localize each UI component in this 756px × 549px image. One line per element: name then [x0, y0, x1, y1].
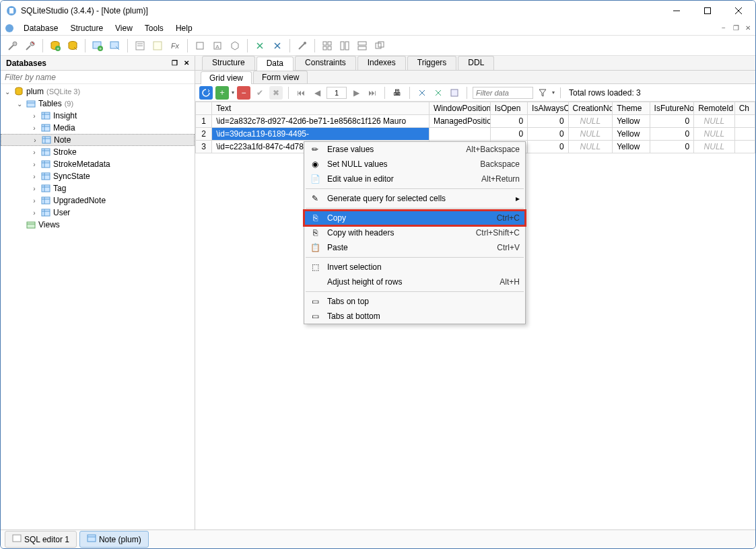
- menu-item-set-null-values[interactable]: ◉Set NULL valuesBackspace: [304, 157, 525, 172]
- page-number-input[interactable]: [327, 87, 347, 99]
- subtab-grid-view[interactable]: Grid view: [201, 71, 252, 84]
- menu-item-erase-values[interactable]: ✏Erase valuesAlt+Backspace: [304, 142, 525, 157]
- tree-table-syncstate[interactable]: ›SyncState: [1, 170, 195, 182]
- menu-item-invert-selection[interactable]: ⬚Invert selection: [304, 260, 525, 274]
- sidebar-float-icon[interactable]: ❐: [169, 58, 180, 69]
- chevron-right-icon[interactable]: ›: [30, 209, 38, 217]
- tree-table-upgradednote[interactable]: ›UpgradedNote: [1, 194, 195, 207]
- tree-tables-node[interactable]: ⌄ Tables (9): [1, 98, 195, 110]
- tree-table-stroke[interactable]: ›Stroke: [1, 146, 195, 158]
- tool1-icon[interactable]: [192, 38, 208, 54]
- chevron-right-icon[interactable]: ›: [31, 137, 39, 144]
- chevron-right-icon[interactable]: ›: [30, 161, 38, 168]
- chevron-down-icon[interactable]: ⌄: [15, 100, 24, 108]
- menu-structure[interactable]: Structure: [65, 22, 108, 34]
- close-button[interactable]: [723, 1, 754, 20]
- first-page-icon[interactable]: ⏮: [294, 86, 308, 100]
- tab-structure[interactable]: Structure: [202, 56, 255, 70]
- menu-item-tabs-at-bottom[interactable]: ▭Tabs at bottom: [304, 309, 525, 324]
- maximize-button[interactable]: [692, 1, 723, 20]
- column-header[interactable]: IsAlwaysO: [528, 102, 569, 115]
- cube-icon[interactable]: [227, 38, 243, 54]
- tool2-icon[interactable]: A: [209, 38, 226, 54]
- chevron-right-icon[interactable]: ›: [30, 197, 38, 205]
- column-header[interactable]: Ch: [734, 102, 755, 115]
- mdi-minimize-icon[interactable]: −: [719, 24, 728, 33]
- tree-table-insight[interactable]: ›Insight: [1, 110, 195, 122]
- tree-views-node[interactable]: › Views: [1, 219, 195, 231]
- menu-item-adjust-height-of-rows[interactable]: Adjust height of rowsAlt+H: [304, 274, 525, 289]
- tab-triggers[interactable]: Triggers: [407, 56, 457, 70]
- tab-constraints[interactable]: Constraints: [295, 56, 356, 70]
- tree-table-user[interactable]: ›User: [1, 207, 195, 219]
- column-header[interactable]: CreationNo: [568, 102, 613, 115]
- subtab-form-view[interactable]: Form view: [253, 71, 308, 83]
- prev-page-icon[interactable]: ◀: [310, 86, 324, 100]
- tab-indexes[interactable]: Indexes: [357, 56, 406, 70]
- filter-input[interactable]: [1, 71, 195, 84]
- column-header[interactable]: IsOpen: [490, 102, 527, 115]
- resize-cols-icon[interactable]: [415, 86, 429, 100]
- tree-table-note[interactable]: ›Note: [1, 134, 195, 146]
- menu-item-paste[interactable]: 📋PasteCtrl+V: [304, 240, 525, 255]
- edit-db-icon[interactable]: [65, 38, 81, 54]
- menu-view[interactable]: View: [110, 22, 138, 34]
- resize-rows-icon[interactable]: [432, 86, 445, 100]
- menu-help[interactable]: Help: [170, 22, 198, 34]
- refresh-icon[interactable]: [199, 86, 213, 100]
- populate-icon[interactable]: [448, 86, 461, 100]
- commit-icon[interactable]: ✔: [253, 86, 267, 100]
- chevron-right-icon[interactable]: ›: [30, 112, 38, 120]
- menu-item-edit-value-in-editor[interactable]: 📄Edit value in editorAlt+Return: [304, 172, 525, 186]
- menu-item-generate-query-for-selected-cells[interactable]: ✎Generate query for selected cells▸: [304, 191, 525, 206]
- connect-icon[interactable]: [5, 38, 21, 54]
- chevron-down-icon[interactable]: ⌄: [3, 88, 11, 96]
- menu-item-copy-with-headers[interactable]: ⎘Copy with headersCtrl+Shift+C: [304, 225, 525, 240]
- last-page-icon[interactable]: ⏭: [366, 86, 379, 100]
- chevron-right-icon[interactable]: ›: [30, 185, 38, 192]
- disconnect-icon[interactable]: [22, 38, 38, 54]
- menu-item-tabs-on-top[interactable]: ▭Tabs on top: [304, 294, 525, 309]
- edit-table-icon[interactable]: [107, 38, 123, 54]
- bottom-tab-note-plum-[interactable]: Note (plum): [79, 531, 149, 548]
- column-header[interactable]: Text: [212, 102, 429, 115]
- sql-editor-icon[interactable]: [132, 38, 148, 54]
- minimize-button[interactable]: [661, 1, 692, 20]
- add-db-icon[interactable]: +: [47, 38, 63, 54]
- column-header[interactable]: WindowPosition: [429, 102, 490, 115]
- mdi-restore-icon[interactable]: ❐: [731, 24, 741, 33]
- menu-database[interactable]: Database: [18, 22, 63, 34]
- table-row[interactable]: 1\id=2a832c78-d927-42d6-be71-1e8568c1f12…: [196, 115, 755, 128]
- sidebar-close-icon[interactable]: ✕: [181, 58, 192, 69]
- add-row-icon[interactable]: ＋: [215, 86, 229, 100]
- tab-ddl[interactable]: DDL: [458, 56, 494, 70]
- column-header[interactable]: RemoteId: [694, 102, 735, 115]
- tree-table-media[interactable]: ›Media: [1, 122, 195, 134]
- mdi-close-icon[interactable]: ✕: [743, 24, 753, 33]
- table-row[interactable]: 2\id=39dca119-6189-4495-00NULLYellow0NUL…: [196, 128, 755, 141]
- chevron-right-icon[interactable]: ›: [30, 149, 38, 156]
- filter-icon[interactable]: [536, 86, 549, 100]
- export-icon[interactable]: [269, 38, 285, 54]
- import-icon[interactable]: [252, 38, 268, 54]
- rownum-header[interactable]: [196, 102, 212, 115]
- chevron-right-icon[interactable]: ›: [30, 124, 38, 132]
- db-tree[interactable]: ⌄ plum (SQLite 3) ⌄ Tables (9) ›Insight›…: [1, 84, 195, 529]
- delete-row-icon[interactable]: −: [237, 86, 250, 100]
- column-header[interactable]: IsFutureNo: [650, 102, 694, 115]
- menu-item-copy[interactable]: ⎘CopyCtrl+C: [304, 211, 525, 225]
- bottom-tab-sql-editor-1[interactable]: SQL editor 1: [5, 531, 77, 548]
- tab-data[interactable]: Data: [256, 57, 294, 71]
- next-page-icon[interactable]: ▶: [349, 86, 363, 100]
- filter-data-input[interactable]: [473, 87, 533, 99]
- rollback-icon[interactable]: ✖: [269, 86, 283, 100]
- context-menu[interactable]: ✏Erase valuesAlt+Backspace◉Set NULL valu…: [304, 141, 526, 324]
- print-icon[interactable]: 🖶: [390, 86, 404, 100]
- function-icon[interactable]: Fx: [167, 38, 183, 54]
- add-table-icon[interactable]: +: [90, 38, 106, 54]
- sql-history-icon[interactable]: [149, 38, 166, 54]
- tree-db-node[interactable]: ⌄ plum (SQLite 3): [1, 85, 195, 98]
- menu-tools[interactable]: Tools: [139, 22, 169, 34]
- layout2-icon[interactable]: [337, 38, 353, 54]
- tree-table-tag[interactable]: ›Tag: [1, 182, 195, 194]
